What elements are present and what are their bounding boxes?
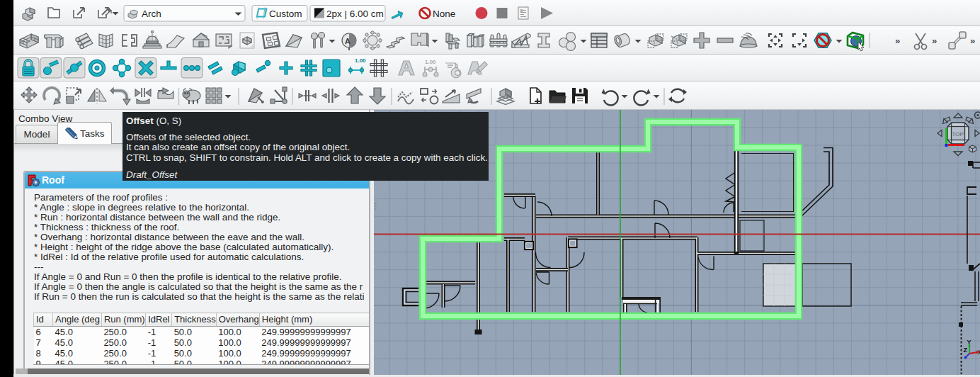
svg-text:A: A <box>345 37 351 45</box>
svg-text:»: » <box>895 35 900 46</box>
svg-text:»: » <box>970 35 975 46</box>
svg-text:None: None <box>433 9 455 19</box>
svg-text:1.00: 1.00 <box>425 59 436 65</box>
svg-text:Custom: Custom <box>269 9 302 19</box>
svg-text:»: » <box>932 35 937 46</box>
svg-text:TOP: TOP <box>952 131 964 137</box>
svg-text:1.00: 1.00 <box>355 57 366 64</box>
svg-text:2px | 6.00 cm: 2px | 6.00 cm <box>326 9 384 19</box>
svg-text:Arch: Arch <box>142 9 161 19</box>
svg-text:Z: Z <box>964 347 968 354</box>
